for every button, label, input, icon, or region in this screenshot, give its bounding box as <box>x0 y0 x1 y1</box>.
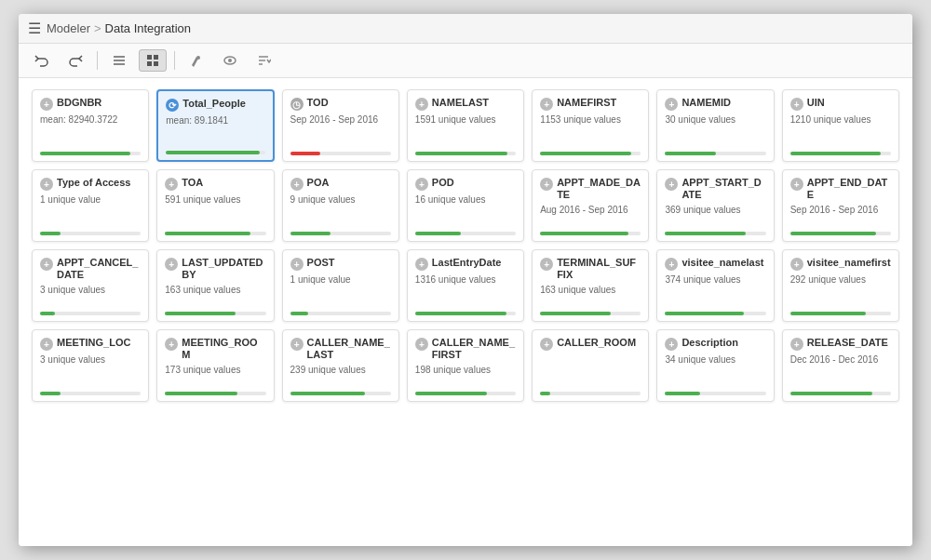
card-icon-BDGNBR: + <box>40 98 53 111</box>
cards-grid: + BDGNBR mean: 82940.3722 ⟳ Total_People… <box>32 89 899 402</box>
hamburger-menu[interactable]: ☰ <box>28 20 41 37</box>
card-bar-MEETING_ROOM <box>165 392 237 395</box>
card-bar-container-MEETING_LOC <box>40 392 141 395</box>
card-bar-container-visitee_namefirst <box>790 312 891 315</box>
card-MEETING_ROOM[interactable]: + MEETING_ROOM 173 unique values <box>156 329 274 402</box>
card-visitee_namefirst[interactable]: + visitee_namefirst 292 unique values <box>782 249 899 322</box>
card-POST[interactable]: + POST 1 unique value <box>282 249 399 322</box>
paint-button[interactable] <box>182 49 210 72</box>
card-MEETING_LOC[interactable]: + MEETING_LOC 3 unique values <box>32 329 149 402</box>
card-POD[interactable]: + POD 16 unique values <box>407 169 524 242</box>
card-icon-CALLER_NAME_LAST: + <box>290 338 304 351</box>
card-bar-CALLER_NAME_LAST <box>290 392 365 395</box>
card-CALLER_NAME_LAST[interactable]: + CALLER_NAME_LAST 239 unique values <box>282 329 399 402</box>
card-APPT_CANCEL_DATE[interactable]: + APPT_CANCEL_DATE 3 unique values <box>32 249 149 322</box>
card-BDGNBR[interactable]: + BDGNBR mean: 82940.3722 <box>32 89 149 162</box>
card-value-TOD: Sep 2016 - Sep 2016 <box>290 114 391 125</box>
content-area: + BDGNBR mean: 82940.3722 ⟳ Total_People… <box>19 78 912 546</box>
card-value-APPT_END_DATE: Sep 2016 - Sep 2016 <box>790 205 891 215</box>
card-bar-container-TOD <box>290 152 391 155</box>
card-APPT_START_DATE[interactable]: + APPT_START_DATE 369 unique values <box>656 169 774 242</box>
card-header-POST: + POST <box>290 257 391 271</box>
sort-button[interactable] <box>250 49 277 72</box>
card-bar-UIN <box>790 152 881 155</box>
card-icon-APPT_MADE_DATE: + <box>540 178 553 191</box>
card-title-NAMEMID: NAMEMID <box>681 97 731 109</box>
card-icon-TERMINAL_SUFFIX: + <box>540 258 553 271</box>
tile-view-button[interactable] <box>139 49 167 72</box>
card-bar-POD <box>415 232 461 235</box>
card-APPT_MADE_DATE[interactable]: + APPT_MADE_DATE Aug 2016 - Sep 2016 <box>532 169 649 242</box>
card-icon-MEETING_LOC: + <box>40 338 53 351</box>
card-visitee_namelast[interactable]: + visitee_namelast 374 unique values <box>656 249 774 322</box>
card-icon-TOD: ◷ <box>290 98 304 111</box>
card-title-APPT_CANCEL_DATE: APPT_CANCEL_DATE <box>57 257 141 281</box>
list-view-button[interactable] <box>105 49 133 72</box>
card-bar-visitee_namefirst <box>790 312 866 315</box>
eye-button[interactable] <box>216 49 244 72</box>
card-TERMINAL_SUFFIX[interactable]: + TERMINAL_SUFFIX 163 unique values <box>532 249 649 322</box>
card-title-BDGNBR: BDGNBR <box>57 97 101 109</box>
card-header-TypeOfAccess: + Type of Access <box>40 177 141 191</box>
card-bar-TOD <box>290 152 320 155</box>
card-title-UIN: UIN <box>807 97 825 109</box>
breadcrumb-current: Data Integration <box>105 21 192 35</box>
card-TOD[interactable]: ◷ TOD Sep 2016 - Sep 2016 <box>282 89 399 162</box>
svg-rect-1 <box>114 60 125 61</box>
card-LastEntryDate[interactable]: + LastEntryDate 1316 unique values <box>407 249 524 322</box>
card-bar-TypeOfAccess <box>40 232 61 235</box>
card-header-CALLER_NAME_LAST: + CALLER_NAME_LAST <box>290 337 391 361</box>
card-Total_People[interactable]: ⟳ Total_People mean: 89.1841 <box>156 89 274 162</box>
card-NAMELAST[interactable]: + NAMELAST 1591 unique values <box>407 89 524 162</box>
card-icon-POD: + <box>415 178 428 191</box>
undo-button[interactable] <box>28 49 56 72</box>
card-value-Total_People: mean: 89.1841 <box>166 115 264 126</box>
card-TypeOfAccess[interactable]: + Type of Access 1 unique value <box>32 169 149 242</box>
card-bar-container-TypeOfAccess <box>40 232 141 235</box>
card-icon-POA: + <box>290 178 304 191</box>
card-title-TypeOfAccess: Type of Access <box>57 177 130 189</box>
card-icon-Total_People: ⟳ <box>166 99 179 112</box>
card-title-CALLER_NAME_LAST: CALLER_NAME_LAST <box>307 337 391 361</box>
card-value-MEETING_ROOM: 173 unique values <box>165 365 265 375</box>
card-bar-container-RELEASE_DATE <box>790 392 891 395</box>
card-bar-NAMELAST <box>415 152 508 155</box>
card-bar-container-APPT_START_DATE <box>665 232 765 235</box>
card-bar-container-NAMEFIRST <box>540 152 641 155</box>
card-APPT_END_DATE[interactable]: + APPT_END_DATE Sep 2016 - Sep 2016 <box>782 169 899 242</box>
card-bar-container-Description <box>665 392 765 395</box>
card-icon-Description: + <box>665 338 678 351</box>
redo-button[interactable] <box>61 49 89 72</box>
card-header-APPT_CANCEL_DATE: + APPT_CANCEL_DATE <box>40 257 141 281</box>
card-CALLER_NAME_FIRST[interactable]: + CALLER_NAME_FIRST 198 unique values <box>407 329 524 402</box>
card-value-NAMELAST: 1591 unique values <box>415 114 516 125</box>
card-bar-APPT_MADE_DATE <box>540 232 628 235</box>
card-Description[interactable]: + Description 34 unique values <box>656 329 774 402</box>
card-NAMEMID[interactable]: + NAMEMID 30 unique values <box>656 89 774 162</box>
card-bar-APPT_END_DATE <box>790 232 876 235</box>
card-CALLER_ROOM[interactable]: + CALLER_ROOM <box>532 329 649 402</box>
card-icon-CALLER_ROOM: + <box>540 338 553 351</box>
card-bar-LastEntryDate <box>415 312 507 315</box>
card-value-APPT_CANCEL_DATE: 3 unique values <box>40 285 141 295</box>
card-icon-CALLER_NAME_FIRST: + <box>415 338 428 351</box>
card-bar-container-NAMEMID <box>665 152 765 155</box>
card-header-CALLER_ROOM: + CALLER_ROOM <box>540 337 641 351</box>
card-header-TOA: + TOA <box>165 177 265 191</box>
card-title-Total_People: Total_People <box>182 98 246 110</box>
card-icon-MEETING_ROOM: + <box>165 338 178 351</box>
card-LAST_UPDATEDBY[interactable]: + LAST_UPDATEDBY 163 unique values <box>156 249 274 322</box>
card-POA[interactable]: + POA 9 unique values <box>282 169 399 242</box>
card-bar-TOA <box>165 232 250 235</box>
card-RELEASE_DATE[interactable]: + RELEASE_DATE Dec 2016 - Dec 2016 <box>782 329 899 402</box>
card-value-MEETING_LOC: 3 unique values <box>40 354 141 365</box>
card-NAMEFIRST[interactable]: + NAMEFIRST 1153 unique values <box>532 89 649 162</box>
card-icon-APPT_END_DATE: + <box>790 178 803 191</box>
card-TOA[interactable]: + TOA 591 unique values <box>156 169 274 242</box>
card-bar-Total_People <box>166 151 260 154</box>
card-UIN[interactable]: + UIN 1210 unique values <box>782 89 899 162</box>
card-icon-POST: + <box>290 258 304 271</box>
card-bar-container-APPT_END_DATE <box>790 232 891 235</box>
svg-rect-0 <box>114 56 125 58</box>
card-header-CALLER_NAME_FIRST: + CALLER_NAME_FIRST <box>415 337 516 361</box>
